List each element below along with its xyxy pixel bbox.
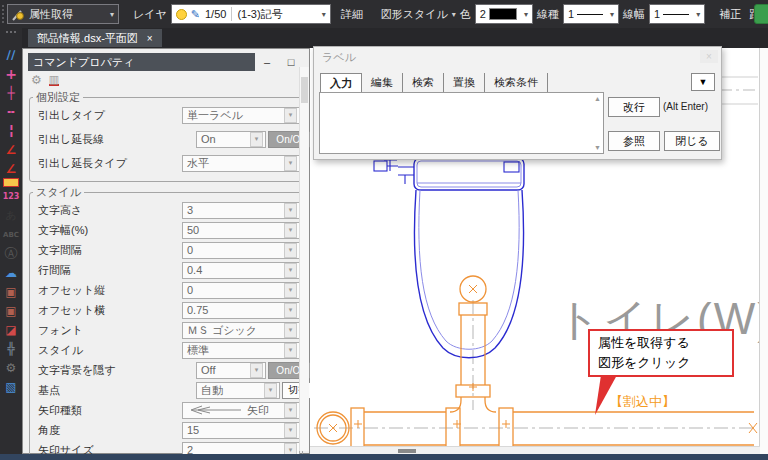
linetype-dropdown[interactable]: 1 ▾ [563, 4, 619, 24]
prop-value: 水平 [187, 156, 209, 171]
close-icon[interactable]: × [147, 33, 153, 44]
text-width-select[interactable]: 50▾ [182, 222, 300, 239]
linetype-sample [577, 14, 603, 15]
dashed-hline-icon[interactable]: ╍ [1, 102, 21, 121]
prop-label: 引出し延長線 [38, 132, 196, 147]
hide-text-bg-select[interactable]: Off▾ [196, 362, 266, 379]
group-individual-settings: 個別設定 引出しタイプ 単一ラベル ▾ 引出し延長線 On ▾ On/Off 引… [29, 90, 303, 182]
color-value: 2 [480, 8, 486, 20]
maximize-button[interactable]: □ [279, 56, 303, 68]
move-icon[interactable]: ╬ [1, 339, 21, 358]
tab-search-condition[interactable]: 検索条件 [485, 73, 548, 92]
scrollbar-thumb[interactable] [301, 77, 308, 103]
leader-extension-type-select[interactable]: 水平 ▾ [182, 155, 300, 172]
settings-gear-icon[interactable]: ⚙ [1, 358, 21, 377]
shape-style-button[interactable]: 図形スタイル [381, 7, 448, 22]
crosshair-icon[interactable]: + [1, 64, 21, 83]
layer-visibility-bulb-icon[interactable] [176, 9, 187, 20]
linewidth-label: 線幅 [623, 7, 645, 22]
char-spacing-select[interactable]: 0▾ [182, 242, 300, 259]
leader-extension-select[interactable]: On ▾ [196, 131, 266, 148]
chevron-down-icon: ▾ [318, 10, 326, 19]
snap-point-icon[interactable]: ┼ [1, 83, 21, 102]
circled-a-icon[interactable]: Ⓐ [1, 244, 21, 263]
prop-row-base-point: 基点 自動▾ 切替 [38, 381, 300, 399]
prop-row-leader-extension: 引出し延長線 On ▾ On/Off [38, 130, 300, 148]
dropdown-arrow-button[interactable]: ▼ [691, 73, 715, 91]
document-tab[interactable]: 部品情報.dsx-平面図 × [28, 29, 162, 47]
layer-dropdown[interactable]: ✎ 1/50 (1-3)記号 ▾ [171, 4, 331, 24]
offset-h-select[interactable]: 0.75▾ [182, 302, 300, 319]
prop-label: スタイル [38, 343, 182, 358]
scrollbar-thumb[interactable] [398, 449, 416, 453]
text-height-select[interactable]: 3▾ [182, 202, 300, 219]
horizontal-scrollbar[interactable] [310, 446, 760, 454]
left-tool-strip: ∕∕ + ┼ ╍ ╏ ∠ ∠ 123 あ ABC Ⓐ ☁ ▣ ▣ ◪ ╬ ⚙ ▧ [0, 28, 22, 454]
chevron-down-icon: ▾ [520, 10, 528, 19]
style-select[interactable]: 標準▾ [182, 342, 300, 359]
text-abc-icon[interactable]: ABC [1, 225, 21, 244]
dialog-title: ラベル [322, 50, 356, 65]
color-dropdown[interactable]: 2 ▾ [475, 4, 533, 24]
tab-search[interactable]: 検索 [403, 73, 444, 92]
correction-button[interactable]: 補正 [719, 7, 741, 22]
toolbar-grip[interactable] [2, 5, 4, 23]
detail-button[interactable]: 詳細 [341, 7, 363, 22]
dimension-123-icon[interactable]: 123 [1, 187, 21, 206]
toilet-fixture-drawing[interactable] [374, 155, 524, 358]
toolbar-grip[interactable] [6, 31, 16, 43]
mode-dropdown[interactable]: 属性取得 ▾ [7, 4, 119, 24]
prop-label: 引出し延長タイプ [38, 156, 182, 171]
leader-type-select[interactable]: 単一ラベル ▾ [182, 107, 300, 124]
tab-replace[interactable]: 置換 [444, 73, 485, 92]
save-settings-icon[interactable]: ▥ [49, 74, 59, 86]
tab-input[interactable]: 入力 [320, 73, 362, 92]
reference-button[interactable]: 参照 [608, 131, 660, 151]
color-swatch [489, 8, 517, 20]
linetype-value: 1 [568, 8, 574, 20]
vertical-scrollbar[interactable] [759, 48, 768, 454]
line-spacing-select[interactable]: 0.4▾ [182, 262, 300, 279]
text-a-icon[interactable]: あ [1, 206, 21, 225]
ruler-icon[interactable] [3, 178, 19, 187]
prop-value: 0.4 [187, 264, 202, 276]
paste-special-icon[interactable]: ▣ [1, 301, 21, 320]
cad-application-window: 属性取得 ▾ レイヤ ✎ 1/50 (1-3)記号 ▾ 詳細 図形スタイル ▾ … [0, 0, 768, 460]
parallel-lines-icon[interactable]: ∕∕ [1, 45, 21, 64]
prop-row-angle: 角度 15▾ [38, 421, 300, 439]
linewidth-dropdown[interactable]: 1 ▾ [649, 4, 705, 24]
label-text-input[interactable]: ▲ ▼ [319, 92, 604, 154]
minimize-button[interactable]: – [255, 56, 279, 68]
panel-scrollbar[interactable] [299, 67, 309, 451]
chevron-down-icon: ▾ [250, 363, 263, 378]
chevron-down-icon: ▾ [250, 132, 263, 147]
prop-value: 自動 [201, 383, 223, 398]
snap-tool-icon[interactable] [754, 4, 768, 24]
panel-header[interactable]: コマンドプロパティ – □ [28, 53, 303, 70]
angle-select[interactable]: 15▾ [182, 422, 300, 439]
prop-row-leader-extension-type: 引出し延長タイプ 水平 ▾ [38, 154, 300, 172]
box-3d-icon[interactable]: ▧ [1, 377, 21, 396]
angle-icon[interactable]: ∠ [1, 140, 21, 159]
layer-edit-pencil-icon[interactable]: ✎ [191, 8, 200, 21]
text-cloud-icon[interactable]: ☁ [1, 263, 21, 282]
angle-delete-icon[interactable]: ∠ [1, 159, 21, 178]
offset-v-select[interactable]: 0▾ [182, 282, 300, 299]
scroll-down-icon[interactable]: ▼ [594, 144, 601, 151]
eraser-icon[interactable]: ◪ [1, 320, 21, 339]
base-point-select[interactable]: 自動▾ [196, 382, 280, 399]
dashed-vline-icon[interactable]: ╏ [1, 121, 21, 140]
chevron-down-icon: ▾ [110, 10, 114, 19]
scroll-up-icon[interactable]: ▲ [594, 95, 601, 102]
tab-edit[interactable]: 編集 [362, 73, 403, 92]
close-dialog-button[interactable]: 閉じる [664, 131, 720, 151]
arrow-type-select[interactable]: 矢印 ▾ [182, 402, 300, 419]
chevron-down-icon: ▾ [284, 283, 297, 298]
close-icon[interactable]: × [700, 50, 718, 63]
font-select[interactable]: ＭＳ ゴシック▾ [182, 322, 300, 339]
paste-icon[interactable]: ▣ [1, 282, 21, 301]
newline-button[interactable]: 改行 [608, 97, 660, 117]
gear-icon[interactable]: ⚙ [31, 73, 42, 87]
label-dialog[interactable]: ラベル × 入力 編集 検索 置換 検索条件 ▼ ▲ ▼ 改行 (Alt Ent… [313, 46, 722, 160]
chevron-down-icon: ▾ [284, 423, 297, 438]
